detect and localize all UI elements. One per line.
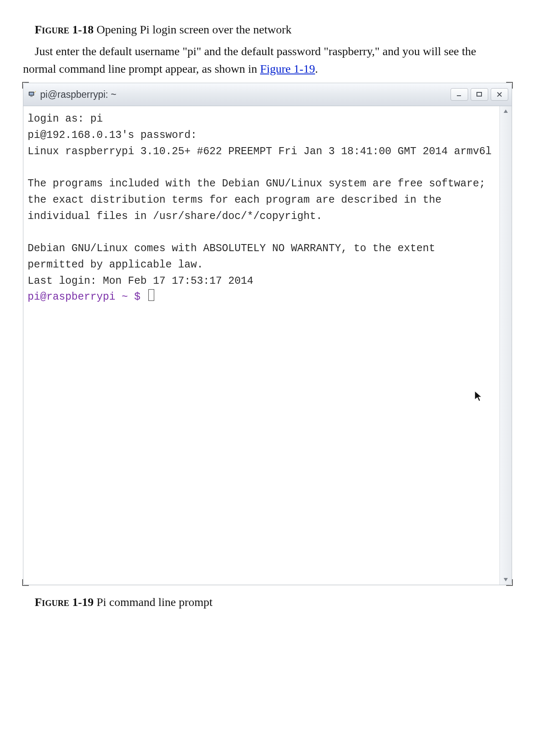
svg-marker-5 [504,109,508,113]
paragraph-tail: . [315,62,318,75]
figure-caption-1-18: Figure 1-18 Opening Pi login screen over… [23,21,512,38]
svg-rect-2 [30,96,33,97]
figure-caption-1-19: Figure 1-19 Pi command line prompt [23,593,512,611]
mouse-cursor-icon [474,390,482,402]
putty-window: pi@raspberrypi: ~ login as: pi pi@192.16… [23,83,512,585]
scrollbar[interactable] [499,106,512,585]
figure-label: Figure 1-18 [35,23,94,36]
figure-caption-text: Opening Pi login screen over the network [94,23,292,36]
maximize-button[interactable] [471,88,488,101]
close-button[interactable] [491,88,508,101]
paragraph-lead: Just enter the default username "pi" and… [23,45,476,75]
putty-icon [28,90,37,99]
figure-label: Figure 1-19 [35,596,94,608]
window-title: pi@raspberrypi: ~ [40,89,117,100]
minimize-button[interactable] [451,88,468,101]
terminal-body: login as: pi pi@192.168.0.13's password:… [23,106,512,585]
screenshot-frame: pi@raspberrypi: ~ login as: pi pi@192.16… [23,83,512,585]
svg-rect-1 [30,92,33,95]
window-titlebar: pi@raspberrypi: ~ [23,83,512,106]
figure-1-19-link[interactable]: Figure 1-19 [260,62,315,75]
figure-caption-text: Pi command line prompt [94,596,213,608]
svg-rect-3 [457,95,461,96]
svg-marker-6 [504,578,508,581]
terminal-text[interactable]: login as: pi pi@192.168.0.13's password:… [23,106,499,585]
scroll-down-icon[interactable] [502,576,509,583]
body-paragraph: Just enter the default username "pi" and… [23,43,512,78]
window-controls [451,88,508,101]
scroll-up-icon[interactable] [502,108,509,115]
svg-rect-4 [477,92,482,96]
